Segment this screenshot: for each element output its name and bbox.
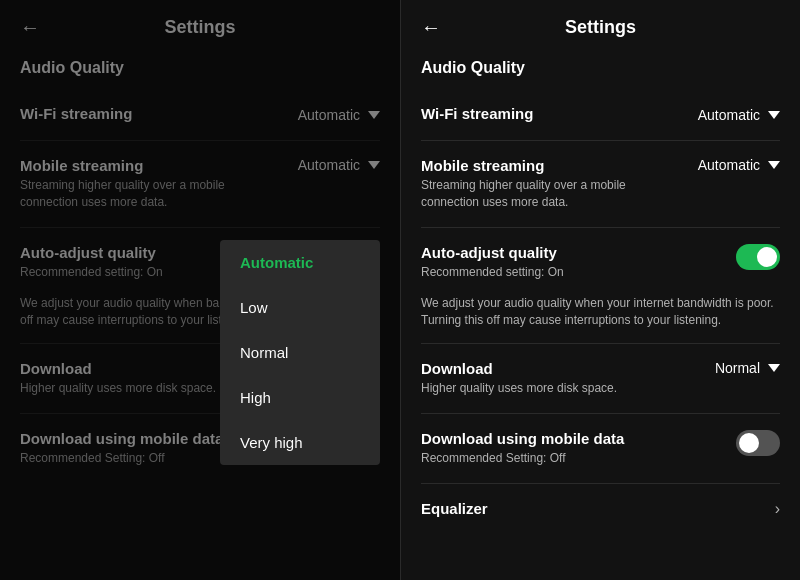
- r-equalizer-chevron: ›: [775, 500, 780, 518]
- right-header: ← Settings: [401, 0, 800, 55]
- r-divider-1: [421, 140, 780, 141]
- r-download-mobile-desc: Recommended Setting: Off: [421, 450, 724, 467]
- r-wifi-streaming-row: Wi-Fi streaming Automatic: [421, 93, 780, 136]
- r-auto-adjust-toggle[interactable]: [736, 244, 780, 270]
- r-divider-3: [421, 343, 780, 344]
- option-normal[interactable]: Normal: [220, 330, 380, 375]
- r-auto-adjust-row: Auto-adjust quality Recommended setting:…: [421, 232, 780, 293]
- r-equalizer-info: Equalizer: [421, 500, 763, 519]
- r-divider-2: [421, 227, 780, 228]
- quality-dropdown-menu: Automatic Low Normal High Very high: [220, 240, 380, 465]
- r-mobile-streaming-desc: Streaming higher quality over a mobile c…: [421, 177, 678, 211]
- r-wifi-streaming-info: Wi-Fi streaming: [421, 105, 678, 124]
- r-download-mobile-row: Download using mobile data Recommended S…: [421, 418, 780, 479]
- r-mobile-streaming-caret: [768, 161, 780, 169]
- r-download-mobile-label: Download using mobile data: [421, 430, 724, 447]
- r-wifi-streaming-caret: [768, 111, 780, 119]
- r-mobile-streaming-dropdown[interactable]: Automatic: [690, 157, 780, 173]
- r-auto-adjust-slider: [736, 244, 780, 270]
- option-very-high[interactable]: Very high: [220, 420, 380, 465]
- r-mobile-streaming-info: Mobile streaming Streaming higher qualit…: [421, 157, 678, 211]
- r-equalizer-label: Equalizer: [421, 500, 763, 517]
- r-equalizer-row[interactable]: Equalizer ›: [421, 488, 780, 531]
- r-mobile-streaming-value: Automatic: [698, 157, 760, 173]
- right-panel-title: Settings: [453, 17, 748, 38]
- r-download-value: Normal: [715, 360, 760, 376]
- r-download-mobile-slider: [736, 430, 780, 456]
- r-mobile-streaming-label: Mobile streaming: [421, 157, 678, 174]
- r-auto-adjust-label: Auto-adjust quality: [421, 244, 724, 261]
- r-download-mobile-info: Download using mobile data Recommended S…: [421, 430, 724, 467]
- r-wifi-streaming-value: Automatic: [698, 107, 760, 123]
- r-divider-4: [421, 413, 780, 414]
- r-divider-5: [421, 483, 780, 484]
- r-download-row: Download Higher quality uses more disk s…: [421, 348, 780, 409]
- r-mobile-streaming-row: Mobile streaming Streaming higher qualit…: [421, 145, 780, 223]
- r-download-desc: Higher quality uses more disk space.: [421, 380, 678, 397]
- r-wifi-streaming-label: Wi-Fi streaming: [421, 105, 678, 122]
- r-wifi-streaming-dropdown[interactable]: Automatic: [690, 107, 780, 123]
- r-download-dropdown[interactable]: Normal: [690, 360, 780, 376]
- right-back-button[interactable]: ←: [421, 16, 441, 39]
- option-automatic[interactable]: Automatic: [220, 240, 380, 285]
- option-low[interactable]: Low: [220, 285, 380, 330]
- right-content: Audio Quality Wi-Fi streaming Automatic …: [401, 55, 800, 531]
- right-section-title: Audio Quality: [421, 59, 780, 77]
- r-auto-adjust-desc2: We adjust your audio quality when your i…: [421, 295, 780, 339]
- r-download-label: Download: [421, 360, 678, 377]
- r-download-mobile-toggle[interactable]: [736, 430, 780, 456]
- r-auto-adjust-desc: Recommended setting: On: [421, 264, 724, 281]
- left-panel: ← Settings Audio Quality Wi-Fi streaming…: [0, 0, 400, 580]
- r-download-caret: [768, 364, 780, 372]
- r-auto-adjust-info: Auto-adjust quality Recommended setting:…: [421, 244, 724, 281]
- right-panel: ← Settings Audio Quality Wi-Fi streaming…: [400, 0, 800, 580]
- r-download-info: Download Higher quality uses more disk s…: [421, 360, 678, 397]
- option-high[interactable]: High: [220, 375, 380, 420]
